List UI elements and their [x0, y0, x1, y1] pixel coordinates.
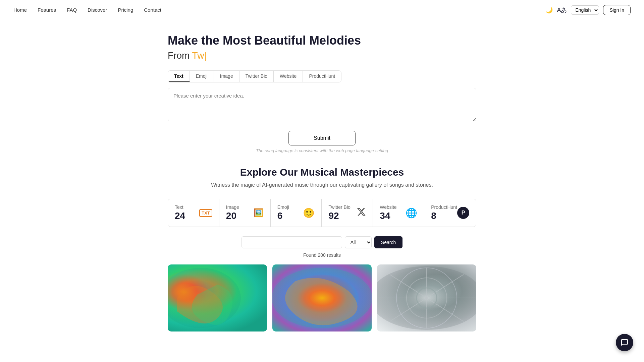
- hero-subtitle: From Tw|: [168, 50, 476, 61]
- gallery-card-1[interactable]: [168, 264, 267, 331]
- explore-subtitle: Witness the magic of AI-generated music …: [168, 182, 476, 188]
- tab-emoji[interactable]: Emoji: [190, 71, 214, 82]
- stat-twitter-icon: [357, 207, 366, 219]
- submit-area: Submit: [168, 131, 476, 145]
- subtitle-typed: Tw|: [192, 50, 207, 61]
- input-tabs: Text Emoji Image Twitter Bio Website Pro…: [168, 70, 341, 82]
- search-row: All Search: [168, 236, 476, 248]
- svg-point-7: [417, 288, 437, 308]
- stat-emoji-count: 6: [277, 210, 289, 221]
- stat-emoji-icon: 🙂: [303, 207, 315, 219]
- gallery: [168, 264, 476, 331]
- nav-right: 🌙 Aあ English Sign In: [545, 5, 631, 15]
- main-content: Make the Most Beautiful Melodies From Tw…: [161, 20, 483, 352]
- results-count: Found 200 results: [168, 252, 476, 258]
- typing-cursor: |: [204, 50, 206, 61]
- svg-line-5: [390, 275, 464, 321]
- search-input[interactable]: [241, 236, 342, 248]
- tab-website[interactable]: Website: [274, 71, 303, 82]
- subtitle-from: From: [168, 50, 192, 61]
- tab-twitter-bio[interactable]: Twitter Bio: [239, 71, 274, 82]
- gallery-card-2[interactable]: [272, 264, 372, 331]
- stats-row: Text 24 TXT Image 20 🖼️ Emoji 6 🙂 Twitte…: [168, 199, 476, 227]
- nav-contact[interactable]: Contact: [144, 7, 161, 13]
- stat-emoji[interactable]: Emoji 6 🙂: [271, 199, 322, 227]
- navbar: Home Feaures FAQ Discover Pricing Contac…: [0, 0, 644, 20]
- svg-point-8: [407, 278, 447, 318]
- creative-idea-input[interactable]: [168, 88, 476, 121]
- nav-links: Home Feaures FAQ Discover Pricing Contac…: [13, 7, 161, 13]
- explore-title: Explore Our Musical Masterpieces: [168, 167, 476, 178]
- svg-line-6: [390, 275, 464, 321]
- language-select[interactable]: English: [571, 5, 599, 15]
- stat-twitter[interactable]: Twitter Bio 92: [322, 199, 373, 227]
- stat-text[interactable]: Text 24 TXT: [168, 199, 219, 227]
- stat-text-icon: TXT: [199, 209, 212, 217]
- stat-image-count: 20: [226, 210, 239, 221]
- tab-text[interactable]: Text: [168, 71, 190, 82]
- submit-note: The song language is consistent with the…: [168, 148, 476, 153]
- stat-website[interactable]: Website 34 🌐: [373, 199, 424, 227]
- stat-image-label: Image: [226, 204, 239, 210]
- svg-point-1: [272, 268, 372, 328]
- stat-website-icon: 🌐: [406, 207, 417, 219]
- stat-website-label: Website: [380, 204, 396, 210]
- stat-text-label: Text: [175, 204, 185, 210]
- gallery-card-3[interactable]: [377, 264, 476, 331]
- stat-image-icon: 🖼️: [254, 208, 264, 218]
- chat-button[interactable]: [616, 334, 633, 351]
- stat-ph-count: 8: [431, 210, 457, 221]
- stat-text-count: 24: [175, 210, 185, 221]
- nav-home[interactable]: Home: [13, 7, 27, 13]
- stat-website-count: 34: [380, 210, 396, 221]
- nav-discover[interactable]: Discover: [88, 7, 107, 13]
- svg-point-2: [377, 266, 476, 330]
- language-toggle-icon[interactable]: Aあ: [557, 6, 567, 14]
- stat-ph-icon: P: [457, 207, 469, 219]
- tab-image[interactable]: Image: [214, 71, 239, 82]
- nav-features[interactable]: Feaures: [38, 7, 56, 13]
- svg-point-9: [396, 268, 457, 328]
- search-button[interactable]: Search: [374, 236, 402, 248]
- stat-ph-label: ProductHunt: [431, 204, 457, 210]
- hero-title: Make the Most Beautiful Melodies: [168, 34, 476, 48]
- svg-point-0: [168, 268, 241, 328]
- stat-image[interactable]: Image 20 🖼️: [219, 199, 271, 227]
- stat-producthunt[interactable]: ProductHunt 8 P: [424, 199, 476, 227]
- stat-emoji-label: Emoji: [277, 204, 289, 210]
- search-filter-select[interactable]: All: [345, 236, 372, 248]
- nav-faq[interactable]: FAQ: [67, 7, 77, 13]
- sign-in-button[interactable]: Sign In: [603, 5, 631, 15]
- dark-mode-toggle[interactable]: 🌙: [545, 6, 553, 14]
- tab-producthunt[interactable]: ProductHunt: [303, 71, 341, 82]
- submit-button[interactable]: Submit: [288, 131, 356, 145]
- stat-twitter-count: 92: [328, 210, 350, 221]
- nav-pricing[interactable]: Pricing: [118, 7, 133, 13]
- stat-twitter-label: Twitter Bio: [328, 204, 350, 210]
